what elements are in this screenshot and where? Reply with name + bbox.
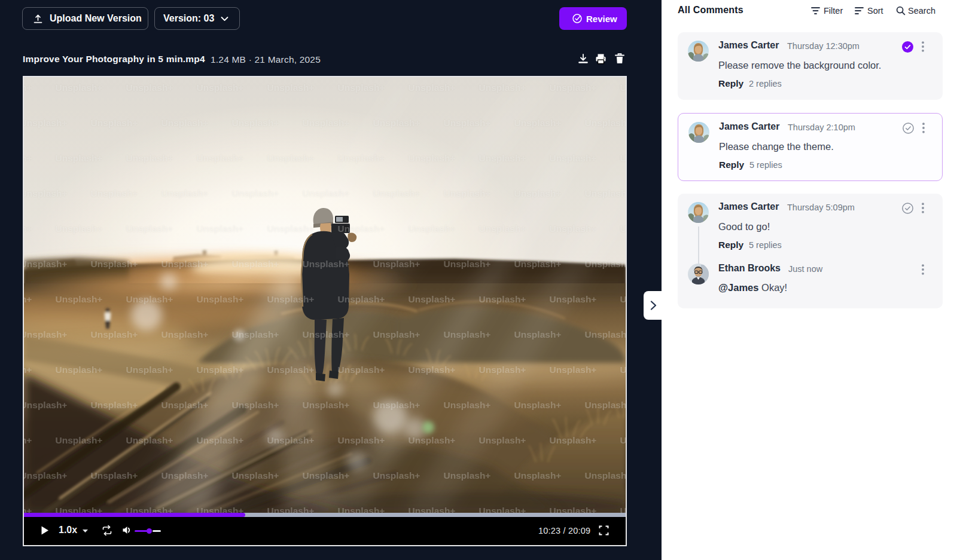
svg-text:Unsplash+: Unsplash+ xyxy=(514,470,562,481)
svg-text:Unsplash+: Unsplash+ xyxy=(24,400,67,410)
svg-text:Unsplash+: Unsplash+ xyxy=(232,470,279,481)
svg-text:Unsplash+: Unsplash+ xyxy=(24,435,32,445)
svg-text:Unsplash+: Unsplash+ xyxy=(24,294,32,304)
svg-text:Unsplash+: Unsplash+ xyxy=(514,400,562,410)
svg-text:Unsplash+: Unsplash+ xyxy=(550,224,597,234)
svg-text:Unsplash+: Unsplash+ xyxy=(409,294,456,304)
svg-text:Unsplash+: Unsplash+ xyxy=(338,506,385,513)
svg-text:Unsplash+: Unsplash+ xyxy=(338,365,385,375)
svg-text:Unsplash+: Unsplash+ xyxy=(444,400,491,410)
svg-text:Unsplash+: Unsplash+ xyxy=(479,506,526,513)
svg-text:Unsplash+: Unsplash+ xyxy=(479,294,526,304)
svg-text:Unsplash+: Unsplash+ xyxy=(444,470,491,481)
svg-text:Unsplash+: Unsplash+ xyxy=(550,153,597,163)
svg-text:Unsplash+: Unsplash+ xyxy=(303,188,350,198)
svg-text:Unsplash+: Unsplash+ xyxy=(126,153,173,163)
svg-text:Unsplash+: Unsplash+ xyxy=(444,188,491,198)
svg-text:Unsplash+: Unsplash+ xyxy=(232,400,279,410)
svg-text:Unsplash+: Unsplash+ xyxy=(585,188,626,198)
svg-text:Unsplash+: Unsplash+ xyxy=(161,329,209,339)
svg-text:Unsplash+: Unsplash+ xyxy=(197,435,244,445)
svg-text:Unsplash+: Unsplash+ xyxy=(409,82,456,93)
svg-text:Unsplash+: Unsplash+ xyxy=(338,224,385,234)
svg-text:Unsplash+: Unsplash+ xyxy=(550,365,597,375)
svg-text:Unsplash+: Unsplash+ xyxy=(232,329,279,339)
svg-text:Unsplash+: Unsplash+ xyxy=(126,365,173,375)
svg-text:Unsplash+: Unsplash+ xyxy=(267,294,315,304)
svg-text:Unsplash+: Unsplash+ xyxy=(56,294,103,304)
svg-text:Unsplash+: Unsplash+ xyxy=(620,294,626,304)
svg-text:Unsplash+: Unsplash+ xyxy=(91,400,138,410)
svg-text:Unsplash+: Unsplash+ xyxy=(197,506,244,513)
svg-text:Unsplash+: Unsplash+ xyxy=(24,188,67,198)
svg-text:Unsplash+: Unsplash+ xyxy=(24,329,67,339)
svg-text:Unsplash+: Unsplash+ xyxy=(24,470,67,481)
svg-text:Unsplash+: Unsplash+ xyxy=(373,470,420,481)
svg-text:Unsplash+: Unsplash+ xyxy=(56,365,103,375)
svg-text:Unsplash+: Unsplash+ xyxy=(303,400,350,410)
svg-text:Unsplash+: Unsplash+ xyxy=(479,153,526,163)
svg-text:Unsplash+: Unsplash+ xyxy=(550,82,597,93)
svg-text:Unsplash+: Unsplash+ xyxy=(409,435,456,445)
svg-text:Unsplash+: Unsplash+ xyxy=(409,365,456,375)
svg-text:Unsplash+: Unsplash+ xyxy=(620,365,626,375)
svg-text:Unsplash+: Unsplash+ xyxy=(620,153,626,163)
svg-text:Unsplash+: Unsplash+ xyxy=(373,118,420,128)
svg-text:Unsplash+: Unsplash+ xyxy=(197,224,244,234)
svg-text:Unsplash+: Unsplash+ xyxy=(56,506,103,513)
svg-text:Unsplash+: Unsplash+ xyxy=(514,188,562,198)
svg-text:Unsplash+: Unsplash+ xyxy=(126,506,173,513)
svg-text:Unsplash+: Unsplash+ xyxy=(161,470,209,481)
svg-text:Unsplash+: Unsplash+ xyxy=(232,259,279,269)
svg-text:Unsplash+: Unsplash+ xyxy=(338,82,385,93)
svg-text:Unsplash+: Unsplash+ xyxy=(126,294,173,304)
svg-text:Unsplash+: Unsplash+ xyxy=(24,259,67,269)
svg-text:Unsplash+: Unsplash+ xyxy=(267,365,315,375)
svg-text:Unsplash+: Unsplash+ xyxy=(91,188,138,198)
svg-text:Unsplash+: Unsplash+ xyxy=(197,365,244,375)
svg-text:Unsplash+: Unsplash+ xyxy=(197,82,244,93)
svg-text:Unsplash+: Unsplash+ xyxy=(161,400,209,410)
svg-text:Unsplash+: Unsplash+ xyxy=(479,365,526,375)
svg-text:Unsplash+: Unsplash+ xyxy=(232,188,279,198)
svg-text:Unsplash+: Unsplash+ xyxy=(161,188,209,198)
svg-text:Unsplash+: Unsplash+ xyxy=(24,153,32,163)
svg-text:Unsplash+: Unsplash+ xyxy=(232,118,279,128)
svg-text:Unsplash+: Unsplash+ xyxy=(91,259,138,269)
svg-text:Unsplash+: Unsplash+ xyxy=(479,82,526,93)
svg-text:Unsplash+: Unsplash+ xyxy=(514,259,562,269)
svg-text:Unsplash+: Unsplash+ xyxy=(197,153,244,163)
svg-text:Unsplash+: Unsplash+ xyxy=(338,435,385,445)
svg-text:Unsplash+: Unsplash+ xyxy=(585,400,626,410)
svg-text:Unsplash+: Unsplash+ xyxy=(197,294,244,304)
svg-text:Unsplash+: Unsplash+ xyxy=(303,259,350,269)
svg-text:Unsplash+: Unsplash+ xyxy=(56,82,103,93)
svg-text:Unsplash+: Unsplash+ xyxy=(267,153,315,163)
svg-text:Unsplash+: Unsplash+ xyxy=(409,224,456,234)
svg-text:Unsplash+: Unsplash+ xyxy=(303,470,350,481)
svg-text:Unsplash+: Unsplash+ xyxy=(585,118,626,128)
svg-text:Unsplash+: Unsplash+ xyxy=(514,329,562,339)
svg-text:Unsplash+: Unsplash+ xyxy=(620,435,626,445)
svg-text:Unsplash+: Unsplash+ xyxy=(267,435,315,445)
svg-text:Unsplash+: Unsplash+ xyxy=(24,224,32,234)
svg-text:Unsplash+: Unsplash+ xyxy=(56,435,103,445)
svg-text:Unsplash+: Unsplash+ xyxy=(585,259,626,269)
svg-text:Unsplash+: Unsplash+ xyxy=(479,435,526,445)
svg-text:Unsplash+: Unsplash+ xyxy=(24,506,32,513)
svg-text:Unsplash+: Unsplash+ xyxy=(126,435,173,445)
svg-text:Unsplash+: Unsplash+ xyxy=(444,259,491,269)
svg-text:Unsplash+: Unsplash+ xyxy=(267,82,315,93)
svg-text:Unsplash+: Unsplash+ xyxy=(91,118,138,128)
svg-text:Unsplash+: Unsplash+ xyxy=(373,188,420,198)
svg-text:Unsplash+: Unsplash+ xyxy=(585,329,626,339)
svg-text:Unsplash+: Unsplash+ xyxy=(409,153,456,163)
svg-text:Unsplash+: Unsplash+ xyxy=(56,153,103,163)
svg-text:Unsplash+: Unsplash+ xyxy=(91,470,138,481)
svg-text:Unsplash+: Unsplash+ xyxy=(550,435,597,445)
svg-text:Unsplash+: Unsplash+ xyxy=(620,224,626,234)
svg-text:Unsplash+: Unsplash+ xyxy=(267,224,315,234)
svg-text:Unsplash+: Unsplash+ xyxy=(56,224,103,234)
svg-text:Unsplash+: Unsplash+ xyxy=(444,329,491,339)
svg-text:Unsplash+: Unsplash+ xyxy=(550,294,597,304)
